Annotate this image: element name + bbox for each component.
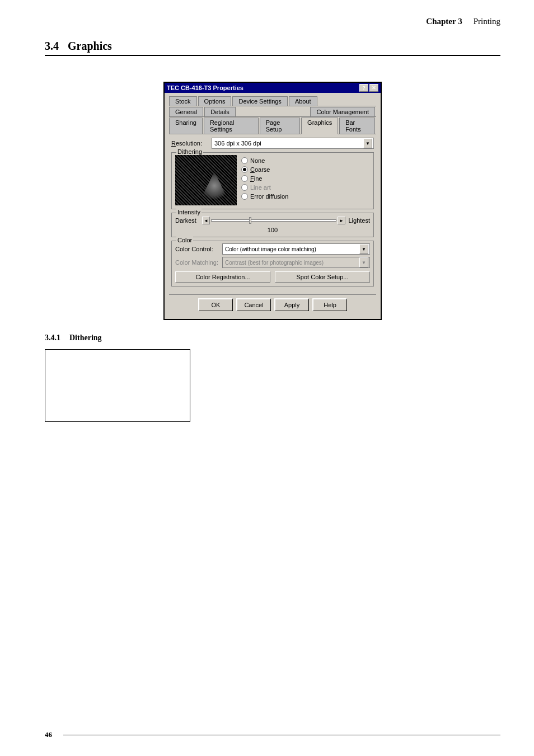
slider-left-arrow-icon[interactable]: ◄: [202, 217, 210, 224]
titlebar-buttons: ? ✕: [359, 84, 378, 92]
dither-fine[interactable]: Fine: [241, 175, 288, 182]
intensity-lightest: Lightest: [348, 217, 370, 224]
intensity-group: Intensity Darkest ◄ ► Lightest: [171, 213, 374, 237]
dialog-inner: Resolution: 306 dpi x 306 dpi ▼ Ditherin…: [169, 134, 376, 292]
color-control-label: Color Control:: [175, 246, 220, 252]
dither-options: None Coarse Fine: [241, 157, 288, 200]
radio-coarse-icon[interactable]: [241, 166, 248, 173]
slider-track[interactable]: [211, 219, 336, 222]
help-button[interactable]: ?: [359, 84, 368, 92]
subsection-title: Dithering: [69, 334, 102, 342]
subsection-heading: 3.4.1 Dithering: [45, 334, 500, 342]
resolution-dropdown[interactable]: 306 dpi x 306 dpi ▼: [212, 138, 374, 149]
dialog-container: TEC CB-416-T3 Properties ? ✕ Stock Optio…: [45, 82, 500, 320]
radio-errordiffusion-icon[interactable]: [241, 193, 248, 200]
dithering-illustration-box: [45, 349, 190, 422]
dialog-content: Stock Options Device Settings About Gene…: [165, 93, 381, 319]
tab-row-3: Sharing Regional Settings Page Setup Gra…: [169, 118, 376, 134]
dither-coarse[interactable]: Coarse: [241, 166, 288, 173]
tab-graphics[interactable]: Graphics: [301, 118, 338, 134]
dither-none[interactable]: None: [241, 157, 288, 164]
dither-none-label: None: [250, 157, 265, 164]
page-number: 46: [45, 730, 52, 739]
dithering-inner: None Coarse Fine: [175, 155, 370, 205]
chapter-title: Printing: [474, 17, 500, 26]
tab-sharing[interactable]: Sharing: [169, 118, 203, 134]
tab-color-management[interactable]: Color Management: [310, 107, 375, 116]
radio-lineart-icon[interactable]: [241, 184, 248, 191]
tab-bar-fonts[interactable]: Bar Fonts: [339, 118, 375, 134]
tab-regional-settings[interactable]: Regional Settings: [204, 118, 259, 134]
tab-row-2: General Details Color Management: [169, 107, 376, 117]
tab-device-settings[interactable]: Device Settings: [232, 96, 287, 106]
color-group: Color Color Control: Color (without imag…: [171, 241, 374, 287]
color-label: Color: [176, 237, 193, 243]
color-control-dropdown[interactable]: Color (without image color matching) ▼: [222, 243, 370, 255]
resolution-label: Resolution:: [171, 140, 212, 147]
color-matching-dropdown[interactable]: Contrast (best for photographic images) …: [222, 257, 370, 268]
intensity-slider[interactable]: ◄ ►: [202, 215, 345, 226]
intensity-row: Darkest ◄ ► Lightest: [175, 215, 370, 226]
tab-about[interactable]: About: [289, 96, 317, 106]
resolution-value: 306 dpi x 306 dpi: [213, 140, 363, 147]
page-header: Chapter 3 Printing: [45, 17, 500, 30]
spot-color-button[interactable]: Spot Color Setup...: [275, 271, 370, 283]
dither-preview: [175, 155, 237, 205]
intensity-darkest: Darkest: [175, 217, 200, 224]
dither-lineart-label: Line art: [250, 184, 271, 191]
slider-thumb[interactable]: [249, 217, 251, 224]
radio-fine-icon[interactable]: [241, 175, 248, 182]
section-heading: 3.4 Graphics: [45, 40, 500, 56]
ok-button[interactable]: OK: [198, 298, 233, 311]
resolution-arrow-icon[interactable]: ▼: [363, 138, 372, 148]
dither-preview-img: [175, 155, 237, 205]
dialog-title: TEC CB-416-T3 Properties: [167, 84, 243, 91]
chapter-label: Chapter 3: [426, 17, 462, 26]
color-matching-value: Contrast (best for photographic images): [224, 260, 359, 266]
subsection-number: 3.4.1: [45, 334, 60, 342]
dither-fine-label: Fine: [250, 175, 262, 182]
tab-page-setup[interactable]: Page Setup: [260, 118, 300, 134]
dialog-box: TEC CB-416-T3 Properties ? ✕ Stock Optio…: [163, 82, 382, 320]
dither-errordiffusion-label: Error diffusion: [250, 193, 288, 200]
tab-row-1: Stock Options Device Settings About: [169, 96, 376, 106]
dither-coarse-label: Coarse: [250, 166, 270, 173]
color-buttons-row: Color Registration... Spot Color Setup..…: [175, 271, 370, 283]
dithering-label: Dithering: [176, 148, 203, 155]
dither-lineart[interactable]: Line art: [241, 184, 288, 191]
color-control-value: Color (without image color matching): [224, 246, 359, 252]
page-footer: 46: [45, 730, 500, 739]
close-button[interactable]: ✕: [369, 84, 378, 92]
intensity-label: Intensity: [176, 209, 202, 215]
tab-stock[interactable]: Stock: [169, 96, 197, 106]
intensity-value: 100: [175, 227, 370, 233]
color-control-arrow-icon[interactable]: ▼: [359, 244, 368, 254]
section-title: Graphics: [68, 40, 112, 53]
page: Chapter 3 Printing 3.4 Graphics TEC CB-4…: [0, 0, 534, 756]
slider-right-arrow-icon[interactable]: ►: [338, 217, 345, 224]
tab-options[interactable]: Options: [198, 96, 232, 106]
apply-button[interactable]: Apply: [274, 298, 309, 311]
footer-line: [63, 735, 500, 735]
dithering-group: Dithering: [171, 152, 374, 209]
color-registration-button[interactable]: Color Registration...: [175, 271, 270, 283]
dither-highlight: [200, 172, 228, 200]
cancel-button[interactable]: Cancel: [236, 298, 271, 311]
dialog-titlebar: TEC CB-416-T3 Properties ? ✕: [165, 83, 381, 93]
tab-details[interactable]: Details: [204, 107, 236, 116]
tab-general[interactable]: General: [169, 107, 203, 116]
color-matching-label: Color Matching:: [175, 259, 220, 266]
color-control-row: Color Control: Color (without image colo…: [175, 243, 370, 255]
resolution-row: Resolution: 306 dpi x 306 dpi ▼: [171, 138, 374, 149]
help-dialog-button[interactable]: Help: [312, 298, 347, 311]
section-number: 3.4: [45, 40, 59, 53]
dialog-footer: OK Cancel Apply Help: [169, 294, 376, 316]
color-matching-arrow-icon[interactable]: ▼: [359, 257, 368, 267]
radio-none-icon[interactable]: [241, 157, 248, 164]
color-matching-row: Color Matching: Contrast (best for photo…: [175, 257, 370, 268]
dither-errordiffusion[interactable]: Error diffusion: [241, 193, 288, 200]
